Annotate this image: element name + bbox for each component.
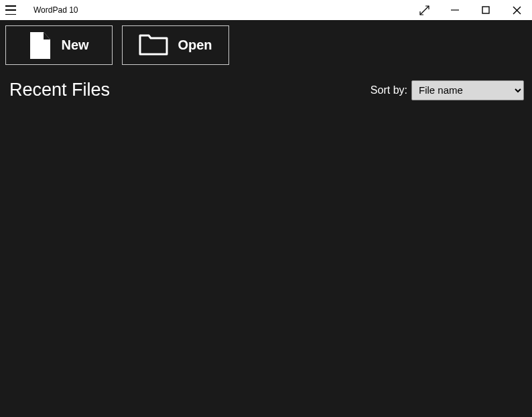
svg-line-0	[420, 6, 429, 15]
content-area: New Open Recent Files Sort by: File name	[0, 20, 532, 106]
minimize-button[interactable]	[440, 0, 470, 20]
folder-icon	[139, 34, 168, 57]
expand-icon	[419, 5, 429, 15]
sort-controls: Sort by: File name	[371, 80, 524, 100]
titlebar: WordPad 10	[0, 0, 532, 20]
titlebar-left: WordPad 10	[5, 5, 78, 15]
titlebar-right	[409, 0, 532, 20]
open-button-label: Open	[178, 37, 212, 53]
close-button[interactable]	[501, 0, 532, 20]
open-button[interactable]: Open	[122, 25, 229, 65]
app-title: WordPad 10	[34, 5, 78, 15]
recent-files-heading: Recent Files	[9, 80, 110, 100]
maximize-icon	[482, 6, 490, 14]
file-icon	[29, 32, 52, 59]
close-icon	[513, 6, 521, 15]
menu-icon[interactable]	[5, 5, 16, 15]
maximize-button[interactable]	[470, 0, 501, 20]
new-button-label: New	[61, 37, 88, 53]
minimize-icon	[451, 6, 459, 14]
expand-button[interactable]	[409, 0, 440, 20]
svg-rect-2	[482, 7, 489, 13]
action-row: New Open	[5, 25, 527, 65]
sort-by-select[interactable]: File name	[411, 80, 524, 100]
new-button[interactable]: New	[5, 25, 113, 65]
sort-by-label: Sort by:	[371, 84, 407, 96]
recent-row: Recent Files Sort by: File name	[5, 80, 527, 100]
